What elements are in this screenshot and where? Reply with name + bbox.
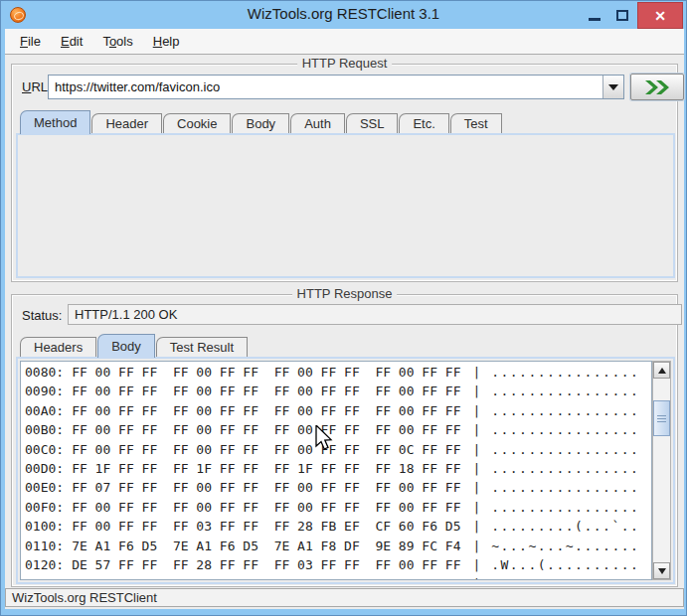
hex-offset: 00D0: (25, 461, 64, 476)
hex-offset: 0120: (25, 557, 64, 572)
hex-offset: 00A0: (25, 403, 64, 418)
request-tab-panel (16, 133, 675, 278)
arrow-down-icon (658, 568, 666, 574)
hex-ascii: | ................ | (472, 480, 652, 495)
hex-row: 0120:DE 57 FF FF FF 28 FF FF FF 03 FF FF… (25, 555, 651, 574)
mouse-cursor (315, 425, 333, 451)
hex-row: 0130:FF 00 FF FF FF 00 FF FF FF 00 FF FF… (25, 574, 651, 580)
minimize-icon (589, 18, 601, 21)
double-chevron-right-icon (644, 80, 670, 94)
scroll-up-button[interactable] (653, 362, 670, 379)
hex-ascii: | ................ | (472, 384, 652, 398)
hex-ascii: | ................ | (472, 442, 652, 457)
http-request-group-title: HTTP Request (297, 56, 393, 71)
app-window: WizTools.org RESTClient 3.1 ✕ FileEditTo… (0, 0, 687, 616)
hex-row: 00E0:FF 07 FF FF FF 00 FF FF FF 00 FF FF… (25, 478, 651, 497)
response-tabs: HeadersBodyTest Result (20, 334, 249, 358)
hex-bytes: FF 00 FF FF FF 03 FF FF FF 28 FB EF CF 6… (72, 519, 460, 534)
hex-bytes: FF 00 FF FF FF 00 FF FF FF 00 FF FF FF 0… (72, 365, 460, 380)
title-bar[interactable]: WizTools.org RESTClient 3.1 ✕ (1, 1, 686, 29)
url-dropdown-button[interactable] (602, 76, 623, 98)
request-tab[interactable]: SSL (346, 113, 399, 134)
http-request-group: HTTP Request URL: MethodHeaderCookieBody… (11, 64, 678, 282)
maximize-button[interactable] (610, 1, 634, 29)
url-combobox (48, 75, 624, 99)
minimize-button[interactable] (583, 1, 606, 29)
http-response-group-title: HTTP Response (292, 286, 398, 301)
scroll-down-button[interactable] (653, 562, 670, 579)
hex-ascii: | ~...~...~....... | (472, 539, 652, 553)
hex-bytes: DE 57 FF FF FF 28 FF FF FF 03 FF FF FF 0… (72, 557, 460, 572)
hex-bytes: FF 00 FF FF FF 00 FF FF FF 00 FF FF FF 0… (72, 500, 460, 515)
hex-row: 0110:7E A1 F6 D5 7E A1 F6 D5 7E A1 F8 DF… (25, 537, 651, 555)
arrow-up-icon (658, 368, 666, 374)
hex-bytes: FF 00 FF FF FF 00 FF FF FF 00 FF FF FF 0… (72, 384, 460, 398)
hex-offset: 00B0: (25, 422, 64, 437)
hex-row: 00F0:FF 00 FF FF FF 00 FF FF FF 00 FF FF… (25, 498, 651, 517)
menu-item[interactable]: Tools (93, 30, 141, 53)
hex-offset: 0130: (25, 576, 64, 580)
hex-dump-view[interactable]: 0080:FF 00 FF FF FF 00 FF FF FF 00 FF FF… (20, 361, 652, 580)
response-tab-panel: 0080:FF 00 FF FF FF 00 FF FF FF 00 FF FF… (16, 357, 675, 584)
request-tab[interactable]: Auth (290, 113, 345, 134)
response-tab[interactable]: Test Result (156, 337, 248, 358)
menu-bar: FileEditToolsHelp (5, 29, 684, 55)
request-tab[interactable]: Etc. (399, 113, 448, 134)
hex-ascii: | ................ | (472, 365, 652, 380)
hex-ascii: | ................ | (472, 576, 652, 580)
send-request-button[interactable] (630, 74, 684, 100)
hex-rows: 0080:FF 00 FF FF FF 00 FF FF FF 00 FF FF… (21, 362, 651, 580)
hex-row: 00B0:FF 00 FF FF FF 00 FF FF FF 00 FF FF… (25, 420, 651, 439)
hex-offset: 00C0: (25, 442, 64, 457)
response-tab[interactable]: Body (97, 334, 155, 358)
scrollbar-thumb[interactable] (653, 400, 670, 436)
dropdown-triangle-icon (608, 84, 618, 90)
request-tab[interactable]: Test (450, 113, 502, 134)
hex-bytes: FF 00 FF FF FF 00 FF FF FF 00 FF FF FF 0… (72, 576, 460, 580)
hex-ascii: | .........(...`.. | (472, 519, 652, 534)
status-bar: WizTools.org RESTClient (5, 588, 684, 607)
hex-row: 0080:FF 00 FF FF FF 00 FF FF FF 00 FF FF… (25, 363, 651, 382)
menu-item[interactable]: Help (144, 30, 189, 53)
status-value-field[interactable]: HTTP/1.1 200 OK (68, 304, 682, 325)
hex-bytes: FF 07 FF FF FF 00 FF FF FF 00 FF FF FF 0… (72, 480, 460, 495)
close-button[interactable]: ✕ (637, 2, 683, 29)
hex-ascii: | ................ | (472, 461, 652, 476)
hex-bytes: FF 1F FF FF FF 1F FF FF FF 1F FF FF FF 1… (72, 461, 460, 476)
hex-ascii: | ................ | (472, 422, 652, 437)
hex-offset: 00F0: (25, 500, 64, 515)
url-input[interactable] (49, 76, 602, 98)
hex-offset: 0110: (25, 539, 64, 553)
request-tab[interactable]: Header (91, 113, 162, 134)
hex-row: 00A0:FF 00 FF FF FF 00 FF FF FF 00 FF FF… (25, 401, 651, 420)
hex-offset: 00E0: (25, 480, 64, 495)
menu-item[interactable]: File (11, 30, 50, 53)
hex-bytes: FF 00 FF FF FF 00 FF FF FF 00 FF FF FF 0… (72, 442, 460, 457)
client-area: FileEditToolsHelp HTTP Request URL: Meth (5, 29, 684, 609)
maximize-icon (616, 10, 628, 21)
hex-ascii: | ................ | (472, 403, 652, 418)
http-response-group: HTTP Response Status: HTTP/1.1 200 OK He… (11, 294, 678, 587)
request-tab[interactable]: Cookie (163, 113, 231, 134)
hex-offset: 0100: (25, 519, 64, 534)
vertical-scrollbar[interactable] (652, 361, 671, 580)
response-tab[interactable]: Headers (20, 337, 96, 358)
request-tab[interactable]: Body (232, 113, 289, 134)
status-label: Status: (22, 308, 62, 323)
menu-item[interactable]: Edit (52, 30, 91, 53)
hex-bytes: FF 00 FF FF FF 00 FF FF FF 00 FF FF FF 0… (72, 403, 460, 418)
hex-ascii: | ................ | (472, 500, 652, 515)
hex-row: 00D0:FF 1F FF FF FF 1F FF FF FF 1F FF FF… (25, 459, 651, 478)
hex-row: 0100:FF 00 FF FF FF 03 FF FF FF 28 FB EF… (25, 517, 651, 536)
hex-bytes: 7E A1 F6 D5 7E A1 F6 D5 7E A1 F8 DF 9E 8… (72, 539, 460, 553)
request-tab[interactable]: Method (20, 110, 90, 134)
hex-row: 00C0:FF 00 FF FF FF 00 FF FF FF 00 FF FF… (25, 440, 651, 459)
hex-row: 0090:FF 00 FF FF FF 00 FF FF FF 00 FF FF… (25, 382, 651, 400)
request-tabs: MethodHeaderCookieBodyAuthSSLEtc.Test (20, 110, 503, 134)
hex-offset: 0090: (25, 384, 64, 398)
close-icon: ✕ (654, 9, 666, 23)
hex-offset: 0080: (25, 365, 64, 380)
hex-bytes: FF 00 FF FF FF 00 FF FF FF 00 FF FF FF 0… (72, 422, 460, 437)
hex-ascii: | .W...(.......... | (472, 557, 652, 572)
